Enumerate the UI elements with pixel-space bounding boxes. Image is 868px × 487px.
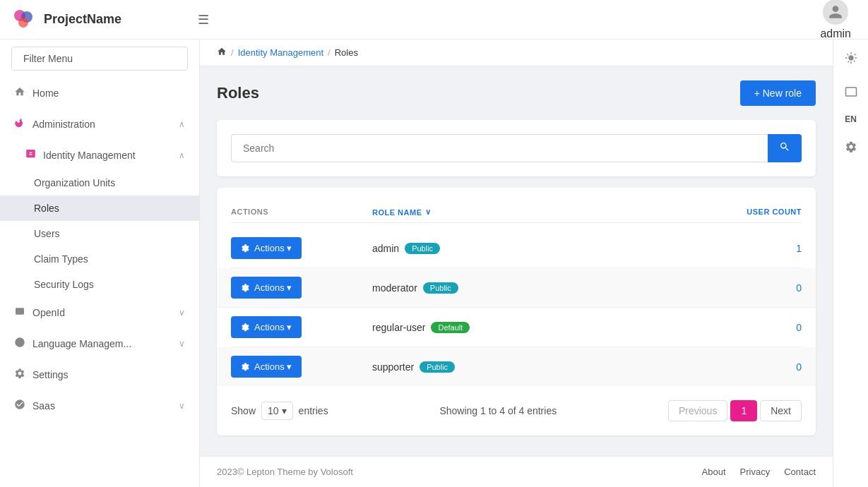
actions-cell: Actions ▾ [231,277,372,299]
user-avatar[interactable]: admin [814,0,857,46]
sidebar-item-identity-management[interactable]: Identity Management ∧ [0,140,199,170]
col-role-name: ROLE NAME ∨ [372,208,660,217]
contact-link[interactable]: Contact [784,467,816,477]
language-label: Language Managem... [32,338,172,349]
role-name: moderator [372,282,417,294]
avatar-circle [823,0,848,25]
actions-cell: Actions ▾ [231,237,372,259]
search-input[interactable] [231,134,768,162]
actions-button[interactable]: Actions ▾ [231,356,302,378]
language-icon [14,337,25,351]
sidebar-item-saas[interactable]: Saas ∨ [0,390,199,421]
saas-arrow-icon: ∨ [179,401,185,411]
identity-arrow-icon: ∧ [179,150,185,160]
actions-button[interactable]: Actions ▾ [231,316,302,338]
app-name: ProjectName [44,12,121,27]
user-count-cell: 1 [660,243,802,254]
breadcrumb-sep-2: / [328,47,331,58]
entries-label: entries [299,405,328,416]
sidebar-item-language[interactable]: Language Managem... ∨ [0,328,199,359]
gear-icon[interactable] [840,136,862,158]
role-name-cell: supporter Public [372,361,660,373]
role-name-cell: regular-user Default [372,322,660,333]
sidebar-item-users[interactable]: Users [0,221,199,246]
sort-icon[interactable]: ∨ [425,208,432,217]
language-arrow-icon: ∨ [179,339,185,349]
admin-arrow-icon: ∧ [179,119,185,129]
identity-management-label: Identity Management [43,150,172,161]
saas-icon [14,399,25,413]
home-icon [14,86,25,100]
breadcrumb-current: Roles [335,47,358,58]
sidebar-item-roles[interactable]: Roles [0,196,199,221]
col-actions: ACTIONS [231,208,372,217]
wrench-icon [14,117,25,131]
role-name-cell: admin Public [372,243,660,254]
privacy-link[interactable]: Privacy [740,467,771,477]
entries-select[interactable]: 10 ▾ [261,402,293,420]
screen-icon[interactable] [840,80,862,103]
language-toggle[interactable]: EN [845,114,857,124]
footer: 2023© Lepton Theme by Volosoft About Pri… [200,456,833,487]
role-name: admin [372,243,399,254]
settings-label: Settings [32,369,185,380]
hamburger-icon[interactable]: ☰ [198,12,209,28]
entries-dropdown-icon: ▾ [282,405,287,416]
roles-table: ACTIONS ROLE NAME ∨ USER COUNT Actions ▾… [217,188,816,435]
actions-cell: Actions ▾ [231,356,372,378]
sidebar-item-org-units[interactable]: Organization Units [0,170,199,196]
sidebar-item-claim-types[interactable]: Claim Types [0,246,199,272]
claim-types-label: Claim Types [34,253,88,265]
show-label: Show [231,405,256,416]
admin-label: admin [820,28,851,40]
page-1-button[interactable]: 1 [730,400,757,421]
org-units-label: Organization Units [34,177,115,188]
role-name: supporter [372,361,414,373]
identity-icon [25,148,36,162]
entries-value: 10 [268,405,279,416]
sidebar-item-home[interactable]: Home [0,78,199,109]
role-badge: Public [405,243,440,254]
breadcrumb-home-icon[interactable] [217,47,227,59]
previous-button[interactable]: Previous [668,400,727,421]
role-badge: Public [420,361,455,373]
openid-arrow-icon: ∨ [179,308,185,318]
next-button[interactable]: Next [760,400,802,421]
administration-label: Administration [32,119,172,130]
actions-cell: Actions ▾ [231,316,372,338]
role-badge: Public [423,282,458,294]
actions-button[interactable]: Actions ▾ [231,277,302,299]
role-name-cell: moderator Public [372,282,660,294]
users-label: Users [34,228,60,239]
page-title: Roles [217,84,259,102]
table-row: Actions ▾ moderator Public 0 [217,268,816,308]
openid-icon [14,306,25,320]
home-label: Home [32,88,185,99]
sidebar-item-settings[interactable]: Settings [0,359,199,390]
table-row: Actions ▾ supporter Public 0 [217,347,816,386]
logo-icon [11,7,37,32]
svg-rect-3 [26,150,35,157]
sidebar-item-openid[interactable]: OpenId ∨ [0,297,199,328]
svg-point-2 [18,18,28,28]
sidebar-item-administration[interactable]: Administration ∧ [0,109,199,140]
user-count-cell: 0 [660,361,802,373]
showing-count: Showing 1 to 4 of 4 entries [439,405,557,416]
user-count-cell: 0 [660,322,802,333]
breadcrumb-identity[interactable]: Identity Management [238,47,323,58]
roles-label: Roles [34,203,59,214]
search-button[interactable] [768,134,802,162]
filter-menu-button[interactable]: Filter Menu [11,47,188,71]
actions-button[interactable]: Actions ▾ [231,237,302,259]
table-row: Actions ▾ regular-user Default 0 [231,308,802,347]
openid-label: OpenId [32,307,172,318]
role-badge: Default [431,322,470,333]
sun-icon[interactable] [840,47,862,69]
security-logs-label: Security Logs [34,279,94,290]
breadcrumb: / Identity Management / Roles [200,40,833,66]
role-name: regular-user [372,322,425,333]
about-link[interactable]: About [702,467,726,477]
sidebar-item-security-logs[interactable]: Security Logs [0,272,199,297]
breadcrumb-sep-1: / [231,47,234,58]
new-role-button[interactable]: + New role [740,80,816,106]
